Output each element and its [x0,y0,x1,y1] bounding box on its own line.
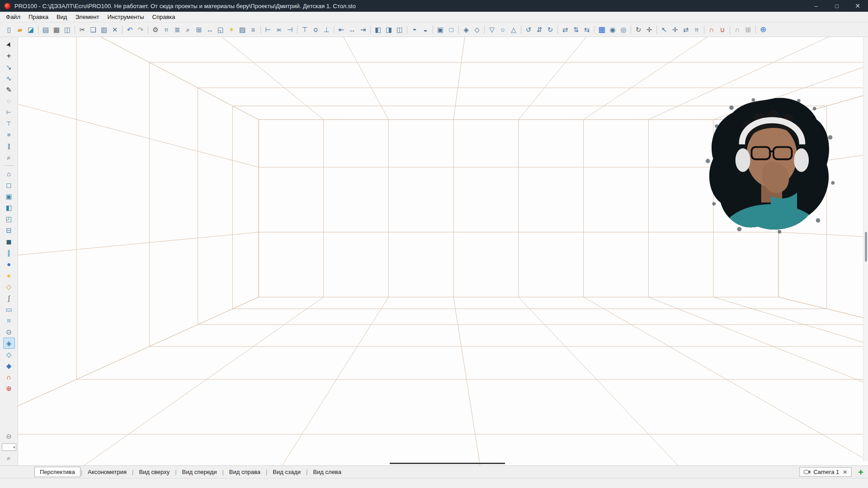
view-tab-front-view[interactable]: Вид спереди [177,467,222,477]
menu-item-3[interactable]: Элемент [71,12,103,22]
snap-diamond-solid-tool[interactable]: ◆ [3,360,15,371]
center-height-button[interactable]: ○ [497,24,508,35]
structure-tree-button[interactable]: ⊞ [193,24,204,35]
pan-view-button[interactable]: ✛ [644,24,655,35]
zoom-region-tool[interactable]: ⌕ [3,152,15,163]
paste-button[interactable]: ▥ [99,24,109,35]
columns-tool[interactable]: ∥ [3,141,15,152]
view-tab-axonometry[interactable]: Аксонометрия [83,467,132,477]
viewport-3d[interactable] [18,37,868,465]
snap-diamond-tool[interactable]: ◈ [3,338,15,349]
align-wall-right-button[interactable]: ◨ [383,24,394,35]
align-wall-left-button[interactable]: ◧ [373,24,383,35]
sphere-tool[interactable]: ● [3,258,15,270]
grid-tool[interactable]: ⌗ [3,315,15,326]
snap-grid-button[interactable]: ⊞ [743,24,754,35]
mirror-view-button[interactable]: ⇄ [680,24,691,35]
distribute-tool[interactable]: ≡ [3,129,15,141]
align-top-tool[interactable]: ⊤ [3,118,15,129]
magnet-vertical-button[interactable]: ∪ [717,24,728,35]
element-solid-tool[interactable]: ◼ [3,236,15,247]
save-button[interactable]: ◪ [25,24,36,35]
element-box-wire-tool[interactable]: ◻ [3,179,15,191]
align-top-edges-button[interactable]: ⊤ [299,24,310,35]
tab-camera-1[interactable]: Camera 1 ✕ [799,467,852,477]
align-top-face-button[interactable]: ◓ [409,24,420,35]
camera-target-button[interactable]: ◎ [618,24,629,35]
view-tab-perspective[interactable]: Перспектива [34,467,80,477]
connections-button[interactable]: ⌗ [161,24,172,35]
view-tab-back-view[interactable]: Вид сзади [268,467,306,477]
space-right-button[interactable]: ⇥ [358,24,368,35]
lock-button[interactable]: ◈ [461,24,472,35]
redo-button[interactable]: ↷ [135,24,146,35]
search-button[interactable]: ⌕ [183,24,193,35]
element-box-tool[interactable]: ▣ [3,191,15,202]
zoom-level-select[interactable]: ▾ [2,443,16,451]
rotate-left-button[interactable]: ↺ [523,24,534,35]
move-view-button[interactable]: ✛ [670,24,680,35]
undo-button[interactable]: ↶ [124,24,135,35]
settings-gear-button[interactable]: ⚙ [150,24,161,35]
menu-item-5[interactable]: Справка [148,12,179,22]
curve-tool[interactable]: ∿ [3,73,15,84]
rotate-right-button[interactable]: ↻ [545,24,556,35]
add-view-button[interactable]: + [858,468,863,477]
select-view-button[interactable]: ↖ [659,24,670,35]
offset-tool[interactable]: ↘ [3,61,15,73]
horizontal-scrollbar-thumb[interactable] [390,463,505,464]
align-bottom-face-button[interactable]: ◒ [420,24,431,35]
move-tool[interactable]: + [3,50,15,61]
duplicate-button[interactable]: ◱ [215,24,226,35]
camera-tab-close-icon[interactable]: ✕ [843,469,847,475]
selection-grid-button[interactable]: ▦ [596,24,607,35]
pipe-tool[interactable]: ∫ [3,292,15,304]
align-middle-button[interactable]: ≎ [310,24,321,35]
mirror-depth-button[interactable]: ⇆ [581,24,592,35]
select-tool[interactable]: ➤ [3,39,15,50]
close-button[interactable]: ✕ [847,0,868,12]
align-bottom-edges-button[interactable]: ⊥ [321,24,332,35]
open-folder-button[interactable]: ▰ [14,24,25,35]
visibility-tool[interactable]: ⊙ [3,326,15,338]
group-button[interactable]: ▣ [435,24,446,35]
space-left-button[interactable]: ⇤ [336,24,347,35]
menu-item-0[interactable]: Файл [2,12,24,22]
snap-center-tool[interactable]: ⊕ [3,383,15,394]
space-equal-button[interactable]: ↔ [347,24,358,35]
flip-vertical-button[interactable]: ⇵ [534,24,545,35]
element-panel-tool[interactable]: ◧ [3,202,15,213]
new-document-button[interactable]: ▯ [4,24,14,35]
element-shelf-tool[interactable]: ⊟ [3,225,15,236]
magnet-soft-button[interactable]: ∩ [732,24,743,35]
magnet-tool[interactable]: ∩ [3,371,15,383]
label-tool[interactable]: ◇ [3,281,15,292]
materials-button[interactable]: ▨ [237,24,248,35]
element-columns-tool[interactable]: ∥ [3,247,15,258]
ungroup-button[interactable]: □ [446,24,457,35]
report-button[interactable]: ≣ [172,24,183,35]
print-button[interactable]: ▦ [51,24,62,35]
view-tab-top-view[interactable]: Вид сверху [134,467,175,477]
unlock-button[interactable]: ◇ [472,24,482,35]
light-tool[interactable]: ● [3,270,15,281]
dimensions-button[interactable]: ↔ [204,24,215,35]
align-ceiling-button[interactable]: △ [508,24,519,35]
menu-item-2[interactable]: Вид [52,12,71,22]
camera-view-button[interactable]: ◉ [607,24,618,35]
room-view-tool[interactable]: ⌂ [3,168,15,179]
align-left-edges-button[interactable]: ⊢ [263,24,274,35]
print-preview-button[interactable]: ◫ [62,24,73,35]
maximize-button[interactable]: □ [826,0,847,12]
element-open-box-tool[interactable]: ◰ [3,213,15,225]
horizontal-scrollbar[interactable] [18,461,863,465]
align-floor-button[interactable]: ▽ [486,24,497,35]
menu-item-1[interactable]: Правка [24,12,52,22]
magnet-horizontal-button[interactable]: ∩ [706,24,717,35]
align-wall-center-button[interactable]: ◫ [394,24,405,35]
world-globe-button[interactable]: ⊕ [758,24,769,35]
view-tab-left-view[interactable]: Вид слева [308,467,346,477]
delete-button[interactable]: ✕ [109,24,120,35]
lasso-tool[interactable]: ◌ [3,95,15,107]
zoom-grid-button[interactable]: ⌗ [691,24,702,35]
